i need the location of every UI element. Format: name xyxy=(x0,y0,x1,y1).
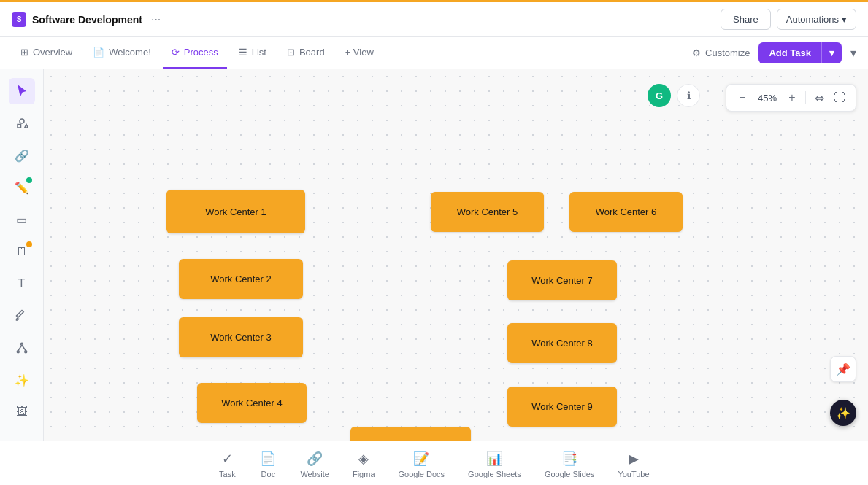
automations-chevron-icon: ▾ xyxy=(842,14,847,25)
pen-dot xyxy=(26,177,32,183)
google-sheets-label: Google Sheets xyxy=(468,470,521,478)
toolbar-item-google-docs[interactable]: 📝Google Docs xyxy=(399,450,445,478)
work-center-box[interactable]: Work Center 7 xyxy=(507,260,617,300)
sidebar-note-icon[interactable]: 🗒 xyxy=(9,238,35,265)
nav-more-chevron-icon[interactable]: ▾ xyxy=(850,46,856,60)
zoom-controls: − 45% + ⇔ ⛶ xyxy=(726,84,856,112)
app-title: Software Development xyxy=(32,14,142,26)
automations-label: Automations xyxy=(786,14,839,25)
sidebar-link-icon[interactable]: 🔗 xyxy=(9,142,35,168)
work-center-box[interactable]: Work Center 4 xyxy=(350,427,471,441)
doc-label: Doc xyxy=(261,470,276,478)
process-icon: ⟳ xyxy=(172,47,180,58)
overview-icon: ⊞ xyxy=(20,47,28,58)
pin-button[interactable]: 📌 xyxy=(830,356,856,382)
tab-board[interactable]: ⊡ Board xyxy=(278,37,334,69)
info-button[interactable]: ℹ xyxy=(677,84,700,107)
sidebar-pen-icon[interactable]: ✏️ xyxy=(9,174,35,201)
welcome-icon: 📄 xyxy=(93,47,104,58)
app-logo: S xyxy=(12,12,26,27)
work-center-box[interactable]: Work Center 9 xyxy=(507,387,617,427)
google-docs-icon: 📝 xyxy=(412,450,430,467)
share-button[interactable]: Share xyxy=(721,9,771,30)
sidebar-network-icon[interactable] xyxy=(9,335,35,361)
toolbar-item-google-slides[interactable]: 📑Google Slides xyxy=(545,450,595,478)
svg-point-4 xyxy=(17,351,19,353)
note-dot xyxy=(26,241,32,247)
board-icon: ⊡ xyxy=(287,47,295,58)
sidebar-image-icon[interactable]: 🖼 xyxy=(9,399,35,425)
sidebar-brush-icon[interactable] xyxy=(9,303,35,329)
main-layout: 🔗 ✏️ ▭ 🗒 T ✨ 🖼 G ℹ − 45% + xyxy=(0,69,868,441)
google-slides-icon: 📑 xyxy=(561,450,578,467)
work-center-box[interactable]: Work Center 6 xyxy=(569,192,683,232)
magic-button[interactable]: ✨ xyxy=(830,400,856,426)
figma-icon: ◈ xyxy=(355,450,372,467)
youtube-icon: ▶ xyxy=(625,450,642,467)
toolbar-item-task[interactable]: ✓Task xyxy=(218,450,236,478)
tab-process[interactable]: ⟳ Process xyxy=(163,37,227,69)
sidebar-text-icon[interactable]: T xyxy=(9,271,35,297)
task-label: Task xyxy=(219,470,236,478)
add-task-button[interactable]: Add Task ▾ xyxy=(758,42,842,63)
automations-button[interactable]: Automations ▾ xyxy=(777,9,856,30)
website-icon: 🔗 xyxy=(306,450,323,467)
toolbar-item-website[interactable]: 🔗Website xyxy=(300,450,329,478)
sidebar-cursor-icon[interactable] xyxy=(9,78,35,104)
svg-line-7 xyxy=(22,345,26,351)
zoom-out-button[interactable]: − xyxy=(734,89,751,106)
zoom-divider xyxy=(805,91,806,104)
top-bar: S Software Development ··· Share Automat… xyxy=(0,2,868,37)
tab-overview[interactable]: ⊞ Overview xyxy=(12,37,81,69)
zoom-value: 45% xyxy=(754,93,780,104)
work-center-box[interactable]: Work Center 5 xyxy=(431,192,544,232)
google-docs-label: Google Docs xyxy=(399,470,445,478)
task-icon: ✓ xyxy=(218,450,236,467)
user-avatar: G xyxy=(648,84,671,107)
add-task-chevron-icon[interactable]: ▾ xyxy=(821,42,842,63)
work-center-box[interactable]: Work Center 1 xyxy=(166,190,305,233)
svg-point-5 xyxy=(24,351,26,353)
tab-list[interactable]: ☰ List xyxy=(230,37,275,69)
zoom-in-button[interactable]: + xyxy=(783,89,801,106)
figma-label: Figma xyxy=(353,470,375,478)
website-label: Website xyxy=(300,470,329,478)
svg-rect-1 xyxy=(18,125,21,128)
work-center-box[interactable]: Work Center 3 xyxy=(179,317,303,357)
doc-icon: 📄 xyxy=(259,450,277,467)
avatar-area: G ℹ xyxy=(648,84,700,107)
work-center-box[interactable]: Work Center 2 xyxy=(179,259,303,299)
svg-marker-2 xyxy=(24,125,28,128)
google-sheets-icon: 📊 xyxy=(485,450,503,467)
svg-point-0 xyxy=(20,119,24,123)
toolbar-item-doc[interactable]: 📄Doc xyxy=(259,450,277,478)
left-sidebar: 🔗 ✏️ ▭ 🗒 T ✨ 🖼 xyxy=(0,69,44,441)
youtube-label: YouTube xyxy=(618,470,649,478)
svg-line-6 xyxy=(18,345,21,351)
more-options-btn[interactable]: ··· xyxy=(151,13,161,26)
google-slides-label: Google Slides xyxy=(545,470,595,478)
fullscreen-button[interactable]: ⛶ xyxy=(831,89,848,106)
fit-width-button[interactable]: ⇔ xyxy=(810,89,828,106)
canvas-area[interactable]: G ℹ − 45% + ⇔ ⛶ Work Center 1Work Center… xyxy=(44,69,868,441)
sidebar-shapes-icon[interactable] xyxy=(9,110,35,136)
tab-add-view[interactable]: + View xyxy=(337,37,383,69)
tab-welcome[interactable]: 📄 Welcome! xyxy=(84,37,160,69)
toolbar-item-google-sheets[interactable]: 📊Google Sheets xyxy=(468,450,521,478)
work-center-box[interactable]: Work Center 8 xyxy=(507,323,617,363)
gear-icon: ⚙ xyxy=(692,47,701,58)
toolbar-item-figma[interactable]: ◈Figma xyxy=(353,450,375,478)
bottom-toolbar: ✓Task📄Doc🔗Website◈Figma📝Google Docs📊Goog… xyxy=(0,441,868,485)
sidebar-magic-icon[interactable]: ✨ xyxy=(9,367,35,393)
customize-button[interactable]: ⚙ Customize xyxy=(692,47,750,58)
svg-point-3 xyxy=(20,343,23,345)
sidebar-rect-icon[interactable]: ▭ xyxy=(9,206,35,233)
list-icon: ☰ xyxy=(239,47,247,58)
toolbar-item-youtube[interactable]: ▶YouTube xyxy=(618,450,649,478)
work-center-box[interactable]: Work Center 4 xyxy=(197,383,307,423)
nav-tabs-bar: ⊞ Overview 📄 Welcome! ⟳ Process ☰ List ⊡… xyxy=(0,37,868,69)
